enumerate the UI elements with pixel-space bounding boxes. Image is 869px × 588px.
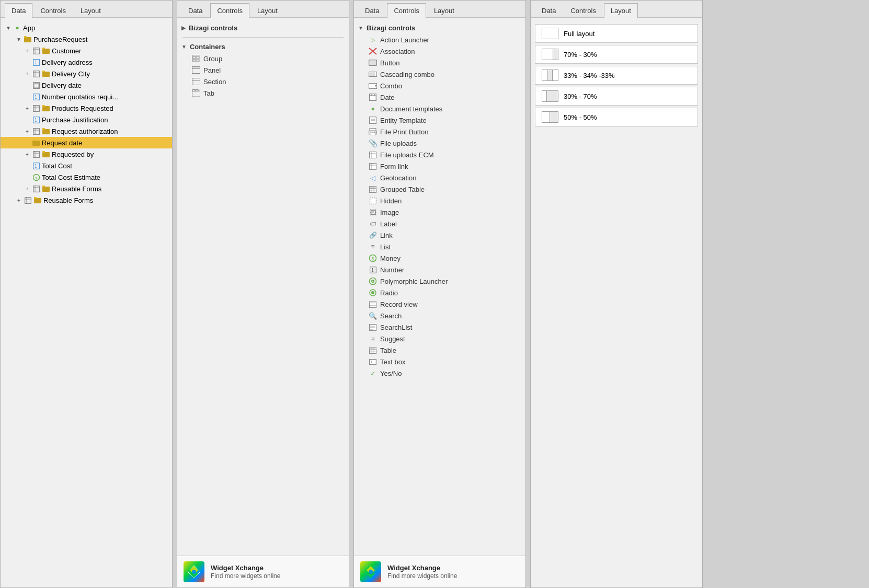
svg-text:1: 1 xyxy=(35,95,37,100)
icon-association xyxy=(369,47,377,55)
ctrl-date[interactable]: Date xyxy=(354,91,525,103)
folder-rfr xyxy=(33,196,42,204)
ctrl-table[interactable]: Table xyxy=(354,344,525,356)
ctrl-geolocation[interactable]: ◁ Geolocation xyxy=(354,172,525,183)
tree-item-tce[interactable]: $ Total Cost Estimate xyxy=(1,171,172,183)
ctrl-radio[interactable]: Radio xyxy=(354,287,525,298)
ctrl-entity-template[interactable]: Entity Template xyxy=(354,114,525,126)
layout-full-label: Full layout xyxy=(564,30,594,38)
tab-controls-1[interactable]: Controls xyxy=(33,3,72,18)
tree-item-delivery-date[interactable]: Delivery date xyxy=(1,79,172,91)
ctrl-record-view[interactable]: Record view xyxy=(354,298,525,310)
ctrl-money[interactable]: $ Money xyxy=(354,252,525,264)
image-label: Image xyxy=(380,209,399,216)
svg-text:1: 1 xyxy=(35,164,37,169)
icon-image: 🖼 xyxy=(369,208,377,216)
ctrl-section[interactable]: Section xyxy=(177,76,349,87)
ctrl-file-uploads[interactable]: 📎 File uploads xyxy=(354,137,525,149)
tab-controls-4[interactable]: Controls xyxy=(564,3,602,18)
layout-50-50[interactable]: 50% - 50% xyxy=(535,108,698,126)
icon-money: $ xyxy=(369,254,377,262)
layout-30-70[interactable]: 30% - 70% xyxy=(535,87,698,106)
expand-nqr xyxy=(24,93,31,100)
ctrl-search[interactable]: 🔍 Search xyxy=(354,310,525,321)
ctrl-action-launcher[interactable]: ▷ Action Launcher xyxy=(354,34,525,45)
tree-item-purchaserequest[interactable]: ▼ PurchaseRequest xyxy=(1,33,172,45)
expand-rd xyxy=(24,139,31,146)
ctrl-hidden[interactable]: Hidden xyxy=(354,195,525,206)
tree-item-customer[interactable]: + Customer xyxy=(1,45,172,56)
folder-rb xyxy=(42,150,50,158)
tab-layout-3[interactable]: Layout xyxy=(427,3,461,18)
svg-rect-45 xyxy=(33,186,39,192)
ctrl-poly[interactable]: Polymorphic Launcher xyxy=(354,275,525,287)
panel4-tab-bar: Data Controls Layout xyxy=(531,1,702,18)
layout-full[interactable]: Full layout xyxy=(535,24,698,43)
icon-number: 1 xyxy=(369,266,377,274)
arrow-bizagi-expanded: ▼ xyxy=(358,25,363,31)
uploads-label: File uploads xyxy=(380,140,417,147)
ctrl-form-link[interactable]: Form link xyxy=(354,160,525,172)
tab-controls-2[interactable]: Controls xyxy=(210,3,249,18)
doc-label: Document templates xyxy=(380,105,442,113)
ctrl-combo[interactable]: Combo xyxy=(354,80,525,91)
ctrl-suggest[interactable]: ⌗ Suggest xyxy=(354,333,525,344)
icon-rb xyxy=(32,150,40,158)
tree-item-products[interactable]: + Products Requested xyxy=(1,102,172,114)
ctrl-association[interactable]: Association xyxy=(354,45,525,57)
tree-item-delivery-address[interactable]: 1 Delivery address xyxy=(1,56,172,68)
tree-item-pj[interactable]: 1 Purchase Justification xyxy=(1,114,172,125)
tree-item-request-date[interactable]: Request date xyxy=(1,137,172,148)
tab-layout-2[interactable]: Layout xyxy=(250,3,284,18)
tree-item-rf-child[interactable]: + Reusable Forms xyxy=(1,183,172,194)
layout-70-30[interactable]: 70% - 30% xyxy=(535,45,698,64)
bizagi-controls-header[interactable]: ▼ Bizagi controls xyxy=(354,22,525,34)
svg-rect-53 xyxy=(34,198,41,203)
tab-layout-4[interactable]: Layout xyxy=(604,3,638,18)
ctrl-number[interactable]: 1 Number xyxy=(354,264,525,275)
tree-item-rf-root[interactable]: + Reusable Forms xyxy=(1,194,172,206)
tree-item-delivery-city[interactable]: + Delivery City xyxy=(1,68,172,79)
tab-data-1[interactable]: Data xyxy=(5,3,32,18)
ctrl-doc-templates[interactable]: ● Document templates xyxy=(354,103,525,114)
geo-label: Geolocation xyxy=(380,174,416,182)
svg-rect-14 xyxy=(42,71,45,72)
svg-rect-54 xyxy=(34,197,37,199)
tab-controls-3[interactable]: Controls xyxy=(387,3,426,18)
tab-data-2[interactable]: Data xyxy=(181,3,209,18)
ctrl-image[interactable]: 🖼 Image xyxy=(354,206,525,218)
ctrl-cascading-combo[interactable]: Cascading combo xyxy=(354,68,525,80)
entity-label: Entity Template xyxy=(380,117,427,124)
tree-item-requested-by[interactable]: + Requested by xyxy=(1,148,172,160)
expand-tc xyxy=(24,162,31,169)
ctrl-button[interactable]: Button xyxy=(354,57,525,68)
ctrl-panel[interactable]: Panel xyxy=(177,64,349,76)
ctrl-textbox[interactable]: 1 Text box xyxy=(354,356,525,367)
ctrl-tab[interactable]: Tab xyxy=(177,87,349,99)
icon-tab xyxy=(192,89,200,97)
tree-item-nqr[interactable]: 1 Number quotatios requi... xyxy=(1,91,172,102)
tree-item-app[interactable]: ▼ ● App xyxy=(1,22,172,33)
tab-data-3[interactable]: Data xyxy=(358,3,386,18)
tab-data-4[interactable]: Data xyxy=(535,3,563,18)
tree-item-total-cost[interactable]: 1 Total Cost xyxy=(1,160,172,171)
svg-point-111 xyxy=(372,281,373,282)
ctrl-grouped-table[interactable]: Grouped Table xyxy=(354,183,525,195)
ctrl-label[interactable]: 🏷 Label xyxy=(354,218,525,229)
bizagi-controls-collapsed[interactable]: ▶ Bizagi controls xyxy=(177,22,349,34)
ctrl-list[interactable]: ≡ List xyxy=(354,241,525,252)
ctrl-file-ecm[interactable]: File uploads ECM xyxy=(354,149,525,160)
ctrl-link[interactable]: 🔗 Link xyxy=(354,229,525,241)
containers-header[interactable]: ▼ Containers xyxy=(177,41,349,53)
svg-text:1: 1 xyxy=(370,360,372,364)
icon-da: 1 xyxy=(32,58,40,66)
btn-label: Button xyxy=(380,59,400,67)
ctrl-yesno[interactable]: ✓ Yes/No xyxy=(354,367,525,379)
layout-33-34-33[interactable]: 33% - 34% -33% xyxy=(535,66,698,85)
tree-item-ra[interactable]: + Request authorization xyxy=(1,125,172,137)
tab-layout-1[interactable]: Layout xyxy=(74,3,108,18)
ctrl-searchlist[interactable]: SearchList xyxy=(354,321,525,333)
ctrl-group[interactable]: Group xyxy=(177,53,349,64)
ctrl-file-print[interactable]: File Print Button xyxy=(354,126,525,137)
pj-label: Purchase Justification xyxy=(42,116,108,124)
